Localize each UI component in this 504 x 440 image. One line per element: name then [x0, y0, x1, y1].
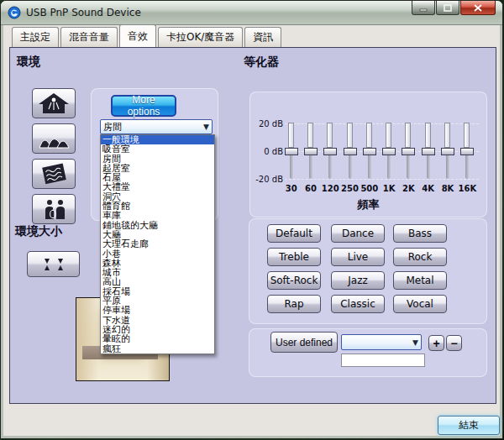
- freq-label: 60: [301, 184, 320, 193]
- freq-label: 8K: [438, 184, 457, 193]
- env-option[interactable]: 森林: [101, 259, 214, 268]
- preset-metal-button[interactable]: Metal: [393, 271, 447, 290]
- env-option[interactable]: 瘋狂: [101, 344, 214, 354]
- preset-dance-button[interactable]: Dance: [331, 224, 385, 243]
- room-left-wall: [76, 298, 98, 380]
- env-option[interactable]: 大理石走廊: [101, 239, 214, 249]
- env-option[interactable]: 體育館: [101, 202, 214, 211]
- equalizer-heading: 等化器: [244, 55, 279, 70]
- freq-label: 1K: [379, 184, 398, 193]
- slider-thumb[interactable]: [344, 148, 357, 155]
- tab-main-settings[interactable]: 主設定: [12, 27, 59, 47]
- preset-vocal-button[interactable]: Vocal: [393, 295, 447, 313]
- remove-preset-button[interactable]: −: [446, 335, 462, 351]
- slider-track: [307, 123, 313, 148]
- preset-default-button[interactable]: Default: [267, 224, 321, 243]
- env-option[interactable]: 吸音室: [101, 144, 214, 154]
- eq-slider-16k[interactable]: [460, 122, 474, 181]
- tab-bar: 主設定 混音音量 音效 卡拉OK/魔音器 資訊: [12, 28, 283, 47]
- env-option[interactable]: 車庫: [101, 211, 214, 220]
- chevron-down-icon: ▼: [412, 338, 418, 347]
- tab-sound-effects[interactable]: 音效: [119, 24, 156, 47]
- eq-slider-120[interactable]: [323, 122, 337, 181]
- slider-thumb[interactable]: [402, 148, 415, 155]
- slider-thumb[interactable]: [323, 148, 337, 155]
- preset-rap-button[interactable]: Rap: [267, 295, 321, 313]
- slider-thumb[interactable]: [441, 148, 454, 155]
- env-option[interactable]: 大廳: [101, 230, 214, 239]
- tab-karaoke-magic-voice[interactable]: 卡拉OK/魔音器: [158, 27, 243, 47]
- slider-track: [327, 123, 333, 148]
- db-label-0: 0 dB: [251, 147, 283, 156]
- env-option[interactable]: 迷幻的: [101, 325, 214, 334]
- slider-thumb[interactable]: [285, 148, 298, 155]
- slider-thumb[interactable]: [382, 148, 396, 155]
- eq-slider-2k[interactable]: [402, 122, 415, 181]
- db-label-20: 20 dB: [251, 119, 283, 128]
- minimize-button[interactable]: [412, 1, 435, 15]
- preset-live-button[interactable]: Live: [331, 248, 385, 266]
- env-option[interactable]: 平原: [101, 296, 214, 306]
- env-option[interactable]: 城市: [101, 268, 214, 277]
- slider-stem: [309, 155, 312, 179]
- slider-thumb[interactable]: [363, 148, 376, 155]
- preset-classic-button[interactable]: Classic: [331, 295, 385, 313]
- env-option[interactable]: 下水道: [101, 316, 214, 325]
- slider-track: [288, 123, 294, 148]
- env-concert-hall-button[interactable]: [32, 123, 76, 154]
- env-option[interactable]: 大禮堂: [101, 182, 214, 191]
- env-option[interactable]: 採石場: [101, 287, 214, 296]
- eq-slider-60[interactable]: [304, 122, 318, 181]
- eq-slider-4k[interactable]: [422, 122, 435, 181]
- env-bathroom-button[interactable]: [32, 88, 76, 118]
- slider-thumb[interactable]: [304, 148, 318, 155]
- freq-label: 4K: [418, 184, 438, 193]
- close-icon: [474, 4, 482, 12]
- exit-button[interactable]: 結束: [438, 416, 500, 435]
- tab-information[interactable]: 資訊: [244, 27, 281, 47]
- tab-mixer-volume[interactable]: 混音音量: [60, 27, 118, 47]
- env-option[interactable]: 洞穴: [101, 192, 214, 202]
- slider-stem: [387, 155, 391, 179]
- env-option[interactable]: 小巷: [101, 249, 214, 259]
- env-option[interactable]: 石屋: [101, 173, 214, 182]
- env-option[interactable]: 房間: [101, 155, 214, 164]
- eq-slider-250[interactable]: [344, 122, 357, 181]
- slider-thumb[interactable]: [422, 148, 435, 155]
- preset-rock-button[interactable]: Rock: [393, 248, 447, 266]
- titlebar[interactable]: USB PnP Sound Device: [1, 1, 502, 25]
- env-option[interactable]: 高山: [101, 277, 214, 286]
- env-band-button[interactable]: [32, 194, 76, 224]
- preset-soft-rock-button[interactable]: Soft-Rock: [267, 271, 321, 290]
- more-options-button[interactable]: More options: [111, 95, 176, 117]
- environment-size-heading: 環境大小: [15, 224, 62, 239]
- user-defined-combobox[interactable]: ▼: [341, 334, 422, 350]
- maximize-icon: [444, 4, 452, 12]
- env-option[interactable]: 起居室: [101, 164, 214, 173]
- preset-jazz-button[interactable]: Jazz: [331, 271, 385, 290]
- environment-combobox[interactable]: 房間 ▼: [100, 119, 213, 134]
- env-waves-button[interactable]: [32, 159, 76, 189]
- resize-arrows-icon: [37, 256, 71, 273]
- preset-treble-button[interactable]: Treble: [267, 248, 321, 266]
- env-option[interactable]: 鋪地毯的大廳: [101, 221, 214, 230]
- bathroom-icon: [37, 92, 71, 114]
- eq-slider-500[interactable]: [363, 122, 376, 181]
- slider-track: [347, 123, 353, 148]
- env-option[interactable]: 一般環境: [101, 135, 214, 144]
- user-defined-name-input[interactable]: [341, 354, 425, 367]
- eq-slider-30[interactable]: [285, 122, 298, 181]
- env-option[interactable]: 停車場: [101, 306, 214, 315]
- user-defined-button[interactable]: User defined: [270, 332, 338, 353]
- add-preset-button[interactable]: +: [428, 335, 444, 351]
- environment-size-button[interactable]: [27, 251, 80, 277]
- eq-slider-8k[interactable]: [441, 122, 454, 181]
- env-option[interactable]: 暈眩的: [101, 334, 214, 343]
- preset-bass-button[interactable]: Bass: [393, 224, 447, 243]
- maximize-button[interactable]: [436, 1, 459, 15]
- sound-effects-page: 環境 等化器: [9, 47, 496, 404]
- slider-track: [425, 123, 431, 148]
- eq-slider-1k[interactable]: [382, 122, 396, 181]
- close-button[interactable]: [460, 1, 496, 15]
- slider-thumb[interactable]: [460, 148, 474, 155]
